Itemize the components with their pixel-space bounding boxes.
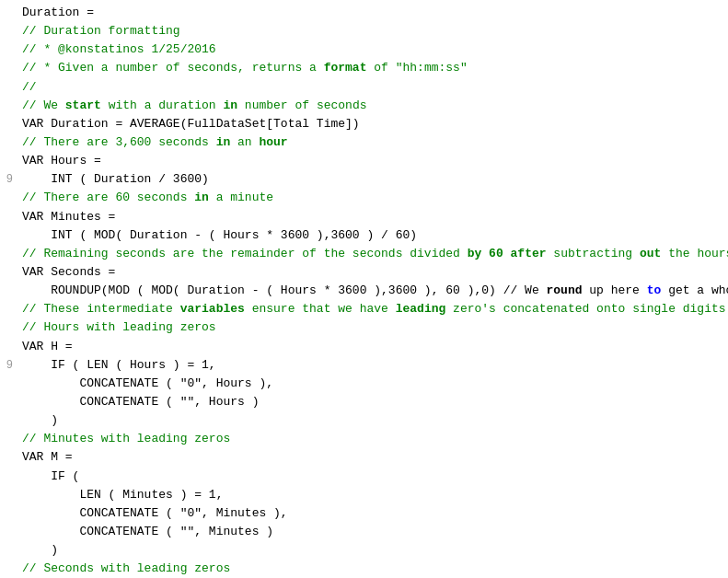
- line-content: // Hours with leading zeros: [18, 318, 728, 337]
- code-line: VAR Hours =: [0, 152, 728, 170]
- code-line: // Minutes with leading zeros: [0, 430, 728, 448]
- line-content: VAR Duration = AVERAGE(FullDataSet[Total…: [18, 115, 728, 133]
- code-line: CONCATENATE ( "", Minutes ): [0, 523, 728, 541]
- line-number: 9: [0, 357, 18, 375]
- line-content: VAR Seconds =: [18, 263, 728, 282]
- code-line: IF (: [0, 468, 728, 486]
- code-line: VAR Duration = AVERAGE(FullDataSet[Total…: [0, 115, 728, 133]
- code-line: ): [0, 411, 728, 430]
- line-content: VAR M =: [18, 448, 728, 467]
- line-content: IF ( LEN ( Hours ) = 1,: [18, 356, 728, 375]
- line-content: // * @konstatinos 1/25/2016: [18, 40, 728, 59]
- code-line: 9 IF ( LEN ( Hours ) = 1,: [0, 356, 728, 375]
- line-content: Duration =: [18, 4, 728, 22]
- code-line: LEN ( Minutes ) = 1,: [0, 486, 728, 504]
- line-content: LEN ( Minutes ) = 1,: [18, 486, 728, 504]
- line-content: // There are 3,600 seconds in an hour: [18, 133, 728, 152]
- code-line: // Duration formatting: [0, 22, 728, 40]
- code-line: // There are 60 seconds in a minute: [0, 189, 728, 207]
- line-content: IF (: [18, 468, 728, 486]
- code-line: // Seconds with leading zeros: [0, 560, 728, 578]
- line-content: // Minutes with leading zeros: [18, 430, 728, 448]
- code-line: CONCATENATE ( "", Hours ): [0, 393, 728, 411]
- line-content: // These intermediate variables ensure t…: [18, 300, 728, 318]
- code-line: INT ( MOD( Duration - ( Hours * 3600 ),3…: [0, 226, 728, 245]
- line-content: ): [18, 541, 728, 560]
- code-line: ): [0, 541, 728, 560]
- line-content: // There are 60 seconds in a minute: [18, 189, 728, 207]
- line-content: VAR H =: [18, 338, 728, 356]
- line-content: VAR Minutes =: [18, 208, 728, 226]
- line-content: ): [18, 411, 728, 430]
- line-content: CONCATENATE ( "0", Hours ),: [18, 375, 728, 393]
- line-content: ROUNDUP(MOD ( MOD( Duration - ( Hours * …: [18, 282, 728, 300]
- code-line: // There are 3,600 seconds in an hour: [0, 133, 728, 152]
- line-number: 9: [0, 171, 18, 189]
- code-line: Duration =: [0, 4, 728, 22]
- code-line: // We start with a duration in number of…: [0, 97, 728, 115]
- code-line: // * Given a number of seconds, returns …: [0, 59, 728, 77]
- code-line: // These intermediate variables ensure t…: [0, 300, 728, 318]
- line-content: INT ( MOD( Duration - ( Hours * 3600 ),3…: [18, 226, 728, 245]
- code-editor: Duration =// Duration formatting// * @ko…: [0, 0, 728, 578]
- code-line: ROUNDUP(MOD ( MOD( Duration - ( Hours * …: [0, 282, 728, 300]
- line-content: // * Given a number of seconds, returns …: [18, 59, 728, 77]
- code-line: // Hours with leading zeros: [0, 318, 728, 337]
- code-line: CONCATENATE ( "0", Hours ),: [0, 375, 728, 393]
- code-line: VAR M =: [0, 448, 728, 467]
- line-content: // Seconds with leading zeros: [18, 560, 728, 578]
- line-content: CONCATENATE ( "", Hours ): [18, 393, 728, 411]
- code-line: VAR Minutes =: [0, 208, 728, 226]
- code-line: VAR Seconds =: [0, 263, 728, 282]
- line-content: // Duration formatting: [18, 22, 728, 40]
- line-content: // Remaining seconds are the remainder o…: [18, 245, 728, 263]
- code-line: // * @konstatinos 1/25/2016: [0, 40, 728, 59]
- line-content: CONCATENATE ( "", Minutes ): [18, 523, 728, 541]
- line-content: VAR Hours =: [18, 152, 728, 170]
- line-content: //: [18, 78, 728, 97]
- line-content: INT ( Duration / 3600): [18, 170, 728, 189]
- line-content: // We start with a duration in number of…: [18, 97, 728, 115]
- code-line: VAR H =: [0, 338, 728, 356]
- line-content: CONCATENATE ( "0", Minutes ),: [18, 504, 728, 523]
- code-line: // Remaining seconds are the remainder o…: [0, 245, 728, 263]
- code-line: CONCATENATE ( "0", Minutes ),: [0, 504, 728, 523]
- code-line: //: [0, 78, 728, 97]
- code-line: 9 INT ( Duration / 3600): [0, 170, 728, 189]
